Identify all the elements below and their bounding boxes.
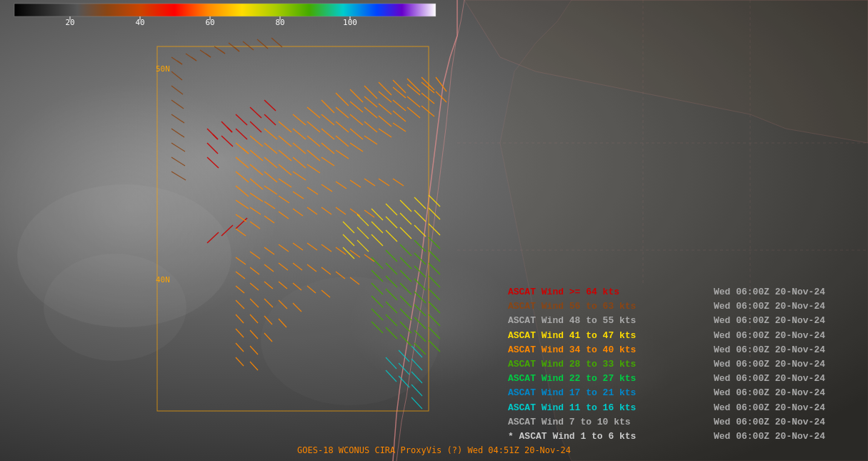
legend-row-1: ASCAT Wind >= 64 kts Wed 06:00Z 20-Nov-2… — [508, 286, 825, 299]
footer-text: GOES-18 WCONUS CIRA ProxyVis (?) Wed 04:… — [297, 445, 571, 455]
legend-time-6: Wed 06:00Z 20-Nov-24 — [714, 358, 825, 371]
legend-label-4: ASCAT Wind 41 to 47 kts — [508, 329, 708, 342]
legend-time-10: Wed 06:00Z 20-Nov-24 — [714, 416, 825, 429]
legend-row-10: ASCAT Wind 7 to 10 kts Wed 06:00Z 20-Nov… — [508, 416, 825, 429]
legend-label-7: ASCAT Wind 22 to 27 kts — [508, 372, 708, 385]
legend-time-2: Wed 06:00Z 20-Nov-24 — [714, 300, 825, 313]
legend-label-1: ASCAT Wind >= 64 kts — [508, 286, 708, 299]
legend-time-3: Wed 06:00Z 20-Nov-24 — [714, 314, 825, 327]
legend-time-4: Wed 06:00Z 20-Nov-24 — [714, 329, 825, 342]
legend-label-3: ASCAT Wind 48 to 55 kts — [508, 314, 708, 327]
legend-label-5: ASCAT Wind 34 to 40 kts — [508, 344, 708, 357]
main-container: 20 40 60 80 100 50N 40N ASCAT Wind >= 64… — [0, 0, 868, 461]
legend-time-5: Wed 06:00Z 20-Nov-24 — [714, 344, 825, 357]
legend-row-5: ASCAT Wind 34 to 40 kts Wed 06:00Z 20-No… — [508, 344, 825, 357]
legend-time-9: Wed 06:00Z 20-Nov-24 — [714, 402, 825, 415]
legend-label-8: ASCAT Wind 17 to 21 kts — [508, 387, 708, 400]
legend-label-11: * ASCAT Wind 1 to 6 kts — [508, 430, 708, 443]
legend-row-7: ASCAT Wind 22 to 27 kts Wed 06:00Z 20-No… — [508, 372, 825, 385]
legend-label-6: ASCAT Wind 28 to 33 kts — [508, 358, 708, 371]
legend-row-2: ASCAT Wind 56 to 63 kts Wed 06:00Z 20-No… — [508, 300, 825, 313]
legend-time-11: Wed 06:00Z 20-Nov-24 — [714, 430, 825, 443]
legend-row-9: ASCAT Wind 11 to 16 kts Wed 06:00Z 20-No… — [508, 402, 825, 415]
legend-panel: ASCAT Wind >= 64 kts Wed 06:00Z 20-Nov-2… — [508, 286, 825, 443]
legend-label-10: ASCAT Wind 7 to 10 kts — [508, 416, 708, 429]
legend-label-9: ASCAT Wind 11 to 16 kts — [508, 402, 708, 415]
legend-time-8: Wed 06:00Z 20-Nov-24 — [714, 387, 825, 400]
legend-label-2: ASCAT Wind 56 to 63 kts — [508, 300, 708, 313]
legend-row-6: ASCAT Wind 28 to 33 kts Wed 06:00Z 20-No… — [508, 358, 825, 371]
legend-row-3: ASCAT Wind 48 to 55 kts Wed 06:00Z 20-No… — [508, 314, 825, 327]
legend-row-4: ASCAT Wind 41 to 47 kts Wed 06:00Z 20-No… — [508, 329, 825, 342]
legend-row-11: * ASCAT Wind 1 to 6 kts Wed 06:00Z 20-No… — [508, 430, 825, 443]
legend-time-1: Wed 06:00Z 20-Nov-24 — [714, 286, 825, 299]
legend-time-7: Wed 06:00Z 20-Nov-24 — [714, 372, 825, 385]
legend-row-8: ASCAT Wind 17 to 21 kts Wed 06:00Z 20-No… — [508, 387, 825, 400]
